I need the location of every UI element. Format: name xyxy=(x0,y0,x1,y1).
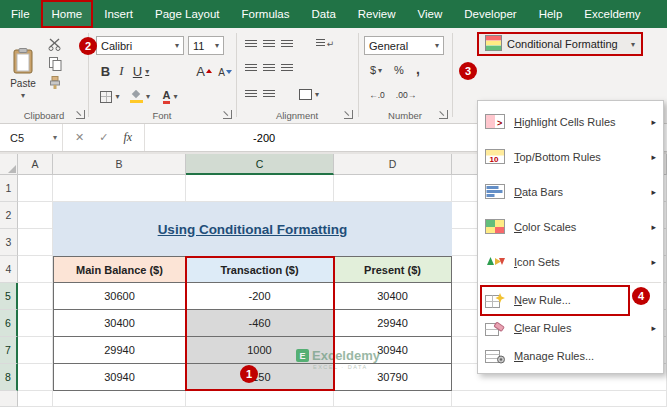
cell[interactable] xyxy=(18,364,53,391)
row-header-3[interactable]: 3 xyxy=(0,229,18,256)
shrink-font-button[interactable]: A xyxy=(216,64,234,80)
cancel-icon[interactable]: ✕ xyxy=(75,131,84,144)
menu-item-highlight-cells-rules[interactable]: > Highlight Cells Rules ▸ xyxy=(478,104,663,139)
italic-button[interactable]: I xyxy=(115,62,128,80)
tab-help[interactable]: Help xyxy=(528,0,574,28)
tab-view[interactable]: View xyxy=(407,0,454,28)
cell-b8[interactable]: 30940 xyxy=(53,364,186,391)
row-header-6[interactable]: 6 xyxy=(0,310,18,337)
enter-icon[interactable]: ✓ xyxy=(99,131,108,144)
column-header-b[interactable]: B xyxy=(53,154,186,175)
align-middle-button[interactable] xyxy=(262,38,276,50)
cell[interactable] xyxy=(18,391,53,407)
align-top-button[interactable] xyxy=(244,38,258,50)
row-header-1[interactable]: 1 xyxy=(0,175,18,202)
cell[interactable] xyxy=(18,337,53,364)
wrap-text-button[interactable]: ↵ xyxy=(312,36,338,51)
cell-b5[interactable]: 30600 xyxy=(53,283,186,310)
number-dialog-launcher-icon[interactable] xyxy=(439,110,448,119)
worksheet-title-cell[interactable]: Using Conditional Formatting xyxy=(53,202,452,256)
menu-item-icon-sets[interactable]: Icon Sets ▸ xyxy=(478,244,663,279)
align-left-button[interactable] xyxy=(244,62,258,74)
cell-d5[interactable]: 30400 xyxy=(334,283,452,310)
insert-function-icon[interactable]: fx xyxy=(123,130,132,145)
row-header-5[interactable]: 5 xyxy=(0,283,18,310)
menu-item-manage-rules[interactable]: Manage Rules... xyxy=(478,342,663,370)
paste-button[interactable]: Paste ▾ xyxy=(5,34,41,114)
cell-b4-main-balance-header[interactable]: Main Balance ($) xyxy=(53,256,186,283)
select-all-corner[interactable] xyxy=(0,154,18,175)
percent-format-button[interactable]: % xyxy=(392,62,406,78)
menu-item-data-bars[interactable]: Data Bars ▸ xyxy=(478,174,663,209)
cell[interactable] xyxy=(18,202,53,229)
cell[interactable] xyxy=(334,391,452,407)
name-box[interactable]: C5 ▾ xyxy=(0,124,63,151)
cell-c6-selected[interactable]: -460 xyxy=(186,310,334,337)
increase-indent-button[interactable] xyxy=(262,88,276,100)
cell[interactable] xyxy=(53,391,186,407)
decrease-decimal-button[interactable]: .00→ xyxy=(394,88,418,102)
cell[interactable] xyxy=(334,175,452,202)
format-painter-button[interactable] xyxy=(46,76,64,91)
currency-format-button[interactable]: $ ▾ xyxy=(366,62,386,78)
column-header-c[interactable]: C xyxy=(186,154,334,175)
align-right-button[interactable] xyxy=(280,62,294,74)
menu-item-clear-rules[interactable]: Clear Rules ▸ xyxy=(478,314,663,342)
clipboard-dialog-launcher-icon[interactable] xyxy=(76,110,85,119)
decrease-indent-button[interactable] xyxy=(244,88,258,100)
cell-d4-present-header[interactable]: Present ($) xyxy=(334,256,452,283)
tab-home[interactable]: Home xyxy=(41,0,94,28)
cell[interactable] xyxy=(18,310,53,337)
cell[interactable] xyxy=(186,391,334,407)
cut-button[interactable] xyxy=(46,38,64,53)
bold-button[interactable]: B xyxy=(98,62,113,80)
cell-b6[interactable]: 30400 xyxy=(53,310,186,337)
row-header-4[interactable]: 4 xyxy=(0,256,18,283)
tab-review[interactable]: Review xyxy=(347,0,407,28)
tab-page-layout[interactable]: Page Layout xyxy=(144,0,231,28)
cell-b7[interactable]: 29940 xyxy=(53,337,186,364)
row-header-8[interactable]: 8 xyxy=(0,364,18,391)
cell[interactable] xyxy=(186,175,334,202)
underline-button[interactable]: U▾ xyxy=(130,62,152,80)
font-dialog-launcher-icon[interactable] xyxy=(223,110,232,119)
comma-format-button[interactable]: , xyxy=(412,60,424,78)
formula-input[interactable]: -200 xyxy=(145,124,275,151)
cell-c5-active[interactable]: -200 xyxy=(186,283,334,310)
alignment-dialog-launcher-icon[interactable] xyxy=(344,110,353,119)
borders-button[interactable]: ▾ xyxy=(98,88,122,105)
cell[interactable] xyxy=(452,391,667,407)
row-header-2[interactable]: 2 xyxy=(0,202,18,229)
tab-formulas[interactable]: Formulas xyxy=(231,0,301,28)
cell[interactable] xyxy=(18,229,53,256)
font-name-combo[interactable]: Calibri ▾ xyxy=(96,36,184,55)
tab-data[interactable]: Data xyxy=(301,0,347,28)
tab-exceldemy[interactable]: Exceldemy xyxy=(573,0,651,28)
grow-font-button[interactable]: A xyxy=(194,62,214,80)
column-header-a[interactable]: A xyxy=(18,154,53,175)
align-center-button[interactable] xyxy=(262,62,276,74)
row-header-7[interactable]: 7 xyxy=(0,337,18,364)
row-header-9[interactable] xyxy=(0,391,18,407)
align-bottom-button[interactable] xyxy=(280,38,294,50)
cell[interactable] xyxy=(53,175,186,202)
copy-button[interactable] xyxy=(46,57,64,72)
font-size-combo[interactable]: 11 ▾ xyxy=(188,36,224,55)
column-header-d[interactable]: D xyxy=(334,154,452,175)
cell[interactable] xyxy=(18,256,53,283)
tab-developer[interactable]: Developer xyxy=(453,0,527,28)
number-format-combo[interactable]: General ▾ xyxy=(364,36,444,55)
increase-decimal-button[interactable]: ←.0 xyxy=(366,88,388,102)
fill-color-button[interactable]: ▾ xyxy=(128,88,152,105)
menu-item-color-scales[interactable]: Color Scales ▸ xyxy=(478,209,663,244)
tab-file[interactable]: File xyxy=(0,0,41,28)
tab-insert[interactable]: Insert xyxy=(93,0,144,28)
cell[interactable] xyxy=(18,283,53,310)
merge-center-button[interactable]: ▾ xyxy=(296,86,322,103)
cell-c4-transaction-header[interactable]: Transaction ($) xyxy=(186,256,334,283)
cell[interactable] xyxy=(18,175,53,202)
font-color-button[interactable]: A ▾ xyxy=(158,88,182,105)
cell-d6[interactable]: 29940 xyxy=(334,310,452,337)
conditional-formatting-button[interactable]: Conditional Formatting ▾ xyxy=(477,32,643,56)
menu-item-top-bottom-rules[interactable]: 10 Top/Bottom Rules ▸ xyxy=(478,139,663,174)
